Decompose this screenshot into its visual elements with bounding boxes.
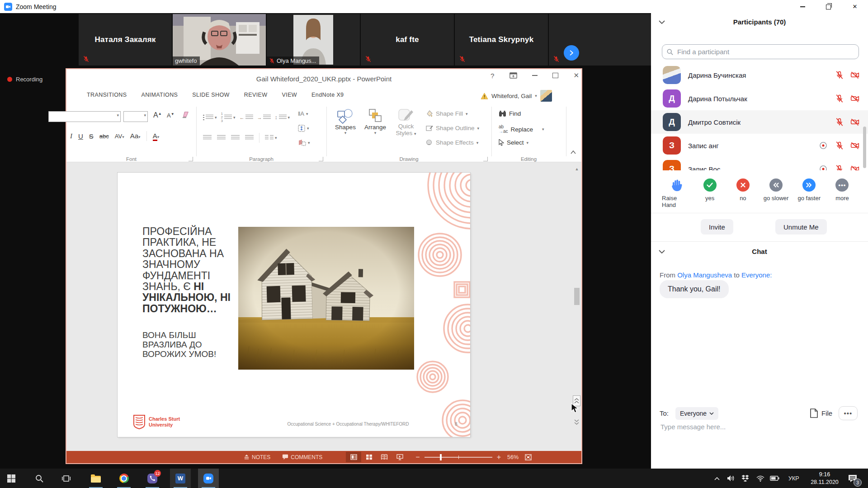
participant-row[interactable]: Дарина Бучинская <box>651 63 868 87</box>
zoom-slider[interactable] <box>425 457 492 458</box>
quick-styles-button[interactable]: Quick Styles ▾ <box>391 108 421 136</box>
no-button[interactable]: no <box>728 178 758 208</box>
file-button[interactable]: File <box>821 409 832 417</box>
normal-view-button[interactable] <box>346 452 361 462</box>
language-indicator[interactable]: УКР <box>788 469 799 488</box>
tray-hidden-icons-button[interactable] <box>714 469 720 488</box>
select-button[interactable]: Select▾ <box>499 139 528 146</box>
battery-button[interactable] <box>770 469 779 488</box>
shape-fill-button[interactable]: Shape Fill▾ <box>426 110 468 117</box>
next-slide-button[interactable] <box>574 419 579 425</box>
network-button[interactable] <box>756 469 764 488</box>
more-button[interactable]: ••• more <box>827 178 857 208</box>
bullets-button[interactable]: ▾ <box>203 115 217 120</box>
font-dialog-launcher[interactable] <box>189 157 193 161</box>
clear-formatting-button[interactable] <box>182 111 190 118</box>
notes-button[interactable]: NOTES <box>244 454 270 460</box>
go-faster-button[interactable]: go faster <box>794 178 824 208</box>
line-spacing-button[interactable]: ↕▾ <box>275 114 290 121</box>
chat-message-input[interactable] <box>660 422 860 432</box>
close-button[interactable]: ✕ <box>842 0 868 13</box>
yes-button[interactable]: yes <box>695 178 725 208</box>
ribbon-display-options-button[interactable] <box>509 72 517 79</box>
action-center-button[interactable]: 3 <box>848 469 857 488</box>
video-tile[interactable]: Наталя Закаляк <box>79 14 172 66</box>
font-size-combobox[interactable] <box>123 111 148 122</box>
tab-view[interactable]: VIEW <box>282 92 297 98</box>
participant-row[interactable]: З Запис анг <box>651 134 868 157</box>
chat-sender[interactable]: Olya Mangusheva <box>677 271 732 279</box>
zoom-slider-thumb[interactable] <box>440 454 442 460</box>
change-case-button[interactable]: Aa▾ <box>130 132 141 140</box>
shadow-button[interactable]: S <box>89 132 94 140</box>
shrink-font-button[interactable]: A▼ <box>167 112 175 119</box>
character-spacing-button[interactable]: AV▾ <box>115 132 124 140</box>
ppt-account-menu[interactable]: Whiteford, Gail ▾ <box>481 90 552 102</box>
font-color-button[interactable]: A▾ <box>153 132 160 140</box>
collapse-ribbon-button[interactable] <box>570 150 576 154</box>
search-button[interactable] <box>29 469 50 488</box>
video-tile[interactable]: Olya Mangus... <box>267 14 360 66</box>
tab-slide-show[interactable]: SLIDE SHOW <box>192 92 230 98</box>
text-direction-button[interactable]: ‖A▾ <box>298 110 308 117</box>
video-tile[interactable]: kaf fte <box>361 14 454 66</box>
raise-hand-button[interactable]: Raise Hand <box>662 178 692 208</box>
video-tile-partial[interactable] <box>549 14 651 66</box>
align-left-button[interactable] <box>203 135 212 141</box>
replace-button[interactable]: ab→ac Replace▾ <box>499 125 544 134</box>
help-button[interactable]: ? <box>491 72 494 80</box>
zoom-in-button[interactable]: + <box>497 453 501 461</box>
tab-animations[interactable]: ANIMATIONS <box>141 92 178 98</box>
start-button[interactable] <box>1 469 22 488</box>
volume-button[interactable] <box>727 469 735 488</box>
columns-button[interactable]: ▾ <box>265 135 277 141</box>
file-explorer-button[interactable] <box>85 469 106 488</box>
justify-button[interactable] <box>245 135 254 141</box>
align-center-button[interactable] <box>217 135 226 141</box>
go-slower-button[interactable]: go slower <box>761 178 791 208</box>
participant-row[interactable]: З Запис Вос <box>651 157 868 170</box>
search-input[interactable] <box>676 47 854 56</box>
shape-outline-button[interactable]: Shape Outline▾ <box>426 125 479 131</box>
comments-button[interactable]: COMMENTS <box>282 454 322 460</box>
chat-more-button[interactable]: ••• <box>839 406 858 420</box>
ppt-minimize-button[interactable] <box>532 75 538 76</box>
tab-transitions[interactable]: TRANSITIONS <box>87 92 127 98</box>
zoom-out-button[interactable]: − <box>415 453 420 461</box>
italic-button[interactable]: I <box>70 132 72 140</box>
arrange-button[interactable]: Arrange▾ <box>361 108 389 135</box>
video-tile[interactable]: Tetiana Skrypnyk <box>455 14 548 66</box>
scroll-up-arrow[interactable]: ▲ <box>573 167 580 171</box>
word-button[interactable]: W <box>170 469 191 488</box>
next-page-arrow-button[interactable] <box>564 45 579 61</box>
recipient-dropdown[interactable]: Everyone <box>675 407 718 420</box>
restore-button[interactable] <box>816 0 842 13</box>
convert-to-smartart-button[interactable]: ▾ <box>298 139 310 146</box>
font-name-combobox[interactable] <box>48 111 121 122</box>
fit-slide-to-window-button[interactable] <box>525 454 532 460</box>
reading-view-button[interactable] <box>377 452 392 462</box>
minimize-button[interactable] <box>789 0 816 13</box>
strikethrough-button[interactable]: abc <box>99 133 109 140</box>
scrollbar-thumb[interactable] <box>574 288 580 305</box>
participant-row[interactable]: Д Дмитро Совтисік <box>651 110 868 134</box>
zoom-taskbar-button[interactable] <box>198 469 219 488</box>
align-text-button[interactable]: ▾ <box>298 125 309 132</box>
increase-indent-button[interactable]: → <box>257 115 271 120</box>
taskbar-clock[interactable]: 9:16 28.11.2020 <box>804 469 845 488</box>
find-button[interactable]: Find <box>499 110 521 117</box>
paragraph-dialog-launcher[interactable] <box>319 157 323 161</box>
ppt-close-button[interactable]: ✕ <box>573 71 579 80</box>
tab-review[interactable]: REVIEW <box>244 92 268 98</box>
dropbox-tray-icon[interactable] <box>741 469 749 488</box>
drawing-dialog-launcher[interactable] <box>483 157 488 161</box>
decrease-indent-button[interactable]: ← <box>240 115 253 120</box>
viber-button[interactable]: 12 <box>142 469 163 488</box>
chat-recipient[interactable]: Everyone: <box>741 271 772 279</box>
participants-scrollbar-thumb[interactable] <box>863 127 866 168</box>
task-view-button[interactable] <box>56 469 76 488</box>
shape-effects-button[interactable]: Shape Effects▾ <box>426 139 478 146</box>
participant-row[interactable]: Д Дарина Потыльчак <box>651 87 868 110</box>
invite-button[interactable]: Invite <box>701 219 733 235</box>
slideshow-view-button[interactable] <box>392 452 407 462</box>
